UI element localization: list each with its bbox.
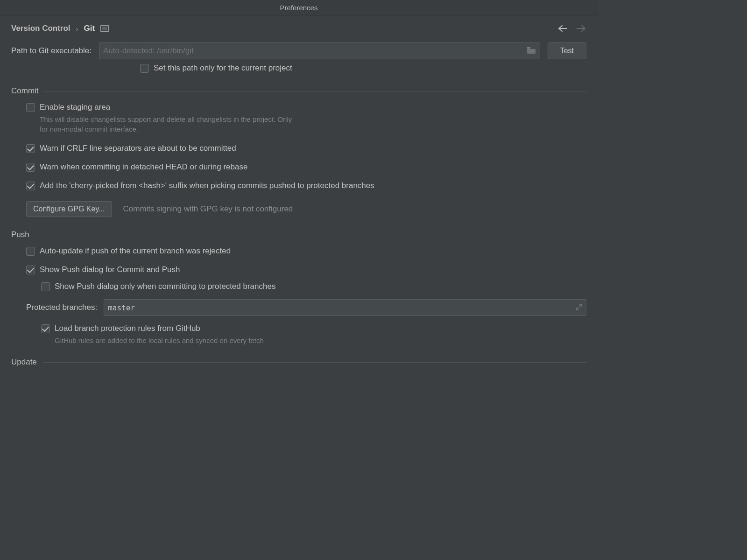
breadcrumb: Version Control › Git <box>11 24 109 33</box>
window-titlebar: Preferences <box>0 0 598 15</box>
divider <box>35 235 586 235</box>
enable-staging-label: Enable staging area <box>40 102 301 112</box>
set-path-project-checkbox[interactable] <box>140 64 149 73</box>
configure-gpg-label: Configure GPG Key... <box>33 205 105 213</box>
divider <box>42 362 586 363</box>
divider <box>44 91 586 91</box>
cherry-suffix-row: Add the 'cherry-picked from <hash>' suff… <box>26 181 586 191</box>
commit-section: Commit Enable staging area This will dis… <box>11 86 586 217</box>
gpg-row: Configure GPG Key... Commits signing wit… <box>26 201 586 217</box>
configure-gpg-button[interactable]: Configure GPG Key... <box>26 201 112 217</box>
show-push-dialog-label: Show Push dialog for Commit and Push <box>40 265 180 275</box>
git-path-input[interactable] <box>103 46 523 56</box>
cherry-suffix-label: Add the 'cherry-picked from <hash>' suff… <box>40 181 374 191</box>
enable-staging-checkbox[interactable] <box>26 103 35 112</box>
warn-detached-row: Warn when committing in detached HEAD or… <box>26 162 586 172</box>
chevron-right-icon: › <box>76 25 78 33</box>
breadcrumb-row: Version Control › Git <box>11 24 586 33</box>
load-github-help: GitHub rules are added to the local rule… <box>55 336 264 345</box>
back-button[interactable] <box>557 25 568 32</box>
cherry-suffix-checkbox[interactable] <box>26 182 35 190</box>
push-section-title: Push <box>11 230 29 239</box>
set-path-project-label: Set this path only for the current proje… <box>154 63 292 73</box>
show-push-protected-checkbox[interactable] <box>41 282 50 291</box>
warn-detached-checkbox[interactable] <box>26 163 35 172</box>
update-section-title: Update <box>11 357 37 367</box>
commit-section-title: Commit <box>11 86 39 96</box>
warn-crlf-checkbox[interactable] <box>26 144 35 153</box>
set-path-project-row: Set this path only for the current proje… <box>140 63 586 73</box>
warn-detached-label: Warn when committing in detached HEAD or… <box>40 162 247 172</box>
auto-update-checkbox[interactable] <box>26 247 35 256</box>
load-github-row: Load branch protection rules from GitHub… <box>41 323 586 345</box>
git-path-row: Path to Git executable: Test <box>11 42 586 59</box>
breadcrumb-current: Git <box>84 24 95 33</box>
show-push-dialog-checkbox[interactable] <box>26 266 35 274</box>
protected-branches-input[interactable] <box>108 303 576 312</box>
auto-update-row: Auto-update if push of the current branc… <box>26 246 586 256</box>
window-title: Preferences <box>280 4 318 12</box>
auto-update-label: Auto-update if push of the current branc… <box>40 246 231 256</box>
breadcrumb-parent[interactable]: Version Control <box>11 24 70 33</box>
folder-icon[interactable] <box>527 47 536 55</box>
nav-buttons <box>557 25 586 32</box>
enable-staging-help: This will disable changelists support an… <box>40 114 301 134</box>
forward-button <box>576 25 586 32</box>
load-github-label: Load branch protection rules from GitHub <box>55 323 264 334</box>
show-push-protected-label: Show Push dialog only when committing to… <box>55 281 275 292</box>
project-scope-icon <box>100 25 109 32</box>
enable-staging-row: Enable staging area This will disable ch… <box>26 102 586 134</box>
push-section: Push Auto-update if push of the current … <box>11 230 586 345</box>
show-push-protected-row: Show Push dialog only when committing to… <box>41 281 586 292</box>
show-push-dialog-row: Show Push dialog for Commit and Push <box>26 265 586 275</box>
protected-branches-label: Protected branches: <box>26 302 97 313</box>
preferences-panel: Version Control › Git Path to Git execut… <box>0 15 598 367</box>
test-button-label: Test <box>560 47 574 55</box>
warn-crlf-label: Warn if CRLF line separators are about t… <box>40 143 236 154</box>
git-path-label: Path to Git executable: <box>11 46 92 56</box>
load-github-checkbox[interactable] <box>41 324 50 333</box>
gpg-status: Commits signing with GPG key is not conf… <box>123 204 293 214</box>
protected-branches-row: Protected branches: <box>26 299 586 316</box>
test-button[interactable]: Test <box>548 42 586 59</box>
update-section: Update <box>11 357 586 367</box>
git-path-field[interactable] <box>99 42 540 59</box>
expand-icon[interactable] <box>576 304 582 312</box>
warn-crlf-row: Warn if CRLF line separators are about t… <box>26 143 586 154</box>
svg-rect-1 <box>102 27 107 30</box>
protected-branches-field[interactable] <box>104 299 586 316</box>
